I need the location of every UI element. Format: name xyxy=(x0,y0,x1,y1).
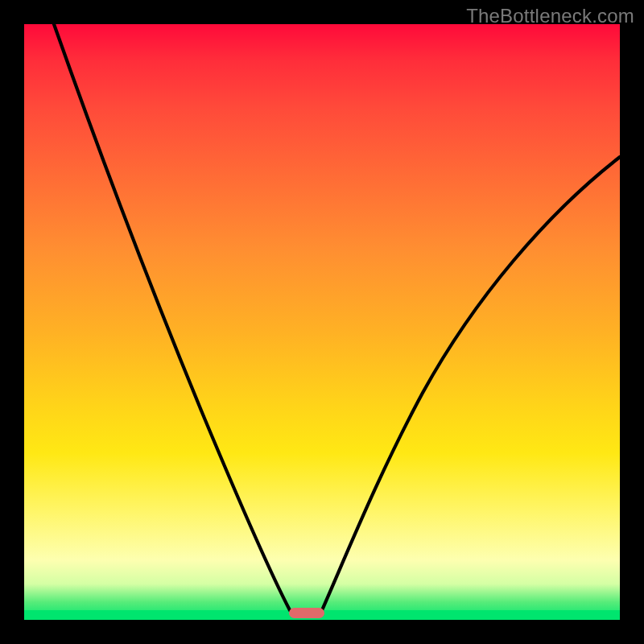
bottleneck-marker xyxy=(289,608,324,618)
plot-area xyxy=(24,24,620,620)
curve-layer xyxy=(24,24,620,620)
right-curve xyxy=(322,157,620,610)
left-curve xyxy=(54,24,290,610)
chart-frame: TheBottleneck.com xyxy=(0,0,644,644)
